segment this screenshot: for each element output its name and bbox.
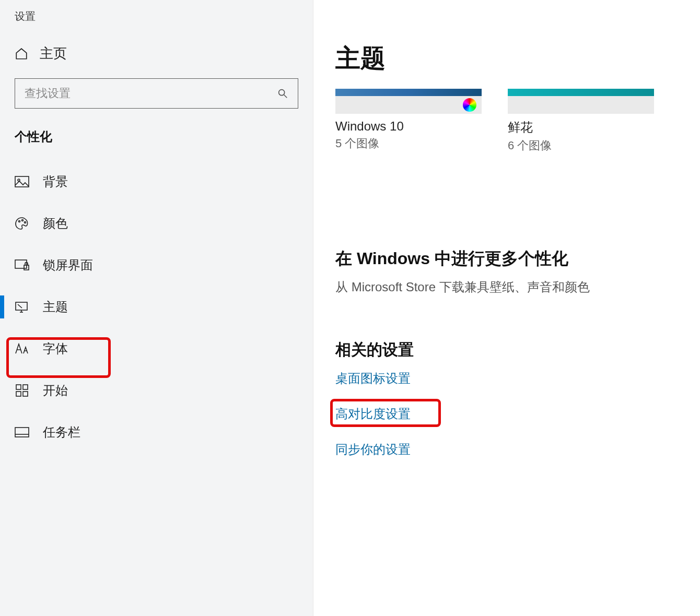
- svg-point-5: [22, 220, 24, 221]
- link-high-contrast-settings[interactable]: 高对比度设置: [335, 406, 411, 422]
- section-label: 个性化: [0, 123, 313, 161]
- theme-thumbnail: [335, 89, 482, 114]
- home-button[interactable]: 主页: [0, 34, 313, 78]
- app-title: 设置: [0, 6, 313, 34]
- page-title: 主题: [335, 42, 700, 75]
- search-placeholder: 查找设置: [25, 86, 71, 101]
- theme-list: Windows 10 5 个图像 鲜花 6 个图像: [335, 89, 700, 153]
- home-icon: [15, 47, 28, 61]
- sidebar-item-label: 开始: [43, 382, 68, 399]
- theme-image-count: 6 个图像: [508, 138, 654, 153]
- svg-rect-14: [16, 392, 21, 396]
- more-personalization-heading: 在 Windows 中进行更多个性化: [335, 247, 700, 270]
- home-label: 主页: [40, 44, 67, 63]
- svg-line-1: [284, 95, 287, 98]
- sidebar-item-label: 颜色: [43, 215, 68, 232]
- sidebar-item-fonts[interactable]: 字体: [0, 328, 313, 370]
- svg-point-0: [279, 90, 285, 96]
- svg-rect-15: [23, 392, 28, 396]
- svg-rect-9: [16, 302, 27, 310]
- palette-icon: [15, 216, 29, 231]
- main-content: 主题 Windows 10 5 个图像 鲜花 6 个图像 在 Windows 中…: [313, 0, 700, 616]
- sidebar-item-label: 主题: [43, 299, 68, 315]
- search-input[interactable]: 查找设置: [15, 78, 298, 109]
- picture-icon: [15, 174, 29, 189]
- lockscreen-icon: [15, 258, 29, 273]
- svg-point-4: [19, 221, 20, 222]
- color-wheel-icon: [463, 98, 476, 112]
- sidebar: 设置 主页 查找设置 个性化 背景: [0, 0, 313, 616]
- related-settings-heading: 相关的设置: [335, 339, 700, 361]
- fonts-icon: [15, 341, 29, 356]
- sidebar-item-label: 背景: [43, 173, 68, 190]
- theme-name: Windows 10: [335, 119, 482, 134]
- svg-rect-12: [16, 385, 21, 389]
- svg-point-6: [25, 222, 26, 223]
- link-desktop-icon-settings[interactable]: 桌面图标设置: [335, 370, 411, 387]
- sidebar-item-themes[interactable]: 主题: [0, 286, 313, 328]
- theme-card-windows10[interactable]: Windows 10 5 个图像: [335, 89, 482, 153]
- sidebar-item-taskbar[interactable]: 任务栏: [0, 411, 313, 453]
- sidebar-item-label: 任务栏: [43, 424, 80, 441]
- sidebar-item-label: 锁屏界面: [43, 257, 93, 274]
- more-personalization-sub: 从 Microsoft Store 下载兼具壁纸、声音和颜色: [335, 279, 700, 295]
- sidebar-item-colors[interactable]: 颜色: [0, 203, 313, 244]
- theme-image-count: 5 个图像: [335, 136, 482, 151]
- link-sync-settings[interactable]: 同步你的设置: [335, 441, 411, 458]
- svg-rect-13: [23, 385, 28, 389]
- taskbar-icon: [15, 425, 29, 440]
- theme-name: 鲜花: [508, 119, 654, 136]
- search-icon: [277, 88, 288, 99]
- themes-icon: [15, 300, 29, 314]
- sidebar-item-label: 字体: [43, 340, 68, 357]
- sidebar-item-lockscreen[interactable]: 锁屏界面: [0, 244, 313, 286]
- sidebar-item-start[interactable]: 开始: [0, 370, 313, 411]
- theme-card-flowers[interactable]: 鲜花 6 个图像: [508, 89, 654, 153]
- sidebar-item-background[interactable]: 背景: [0, 161, 313, 203]
- start-icon: [15, 383, 29, 398]
- theme-thumbnail: [508, 89, 654, 114]
- svg-rect-16: [15, 428, 29, 437]
- svg-rect-2: [15, 176, 29, 187]
